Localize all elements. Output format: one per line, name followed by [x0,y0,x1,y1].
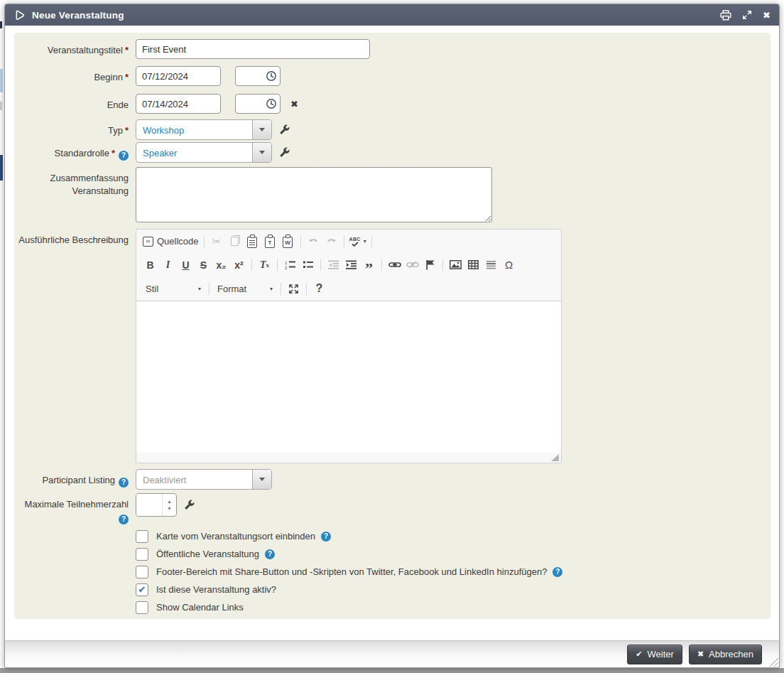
participant-listing-select[interactable]: Deaktiviert [136,469,272,490]
social-footer-checkbox[interactable]: ✔ [136,566,148,578]
select-dropdown-button[interactable] [252,143,271,162]
dialog-titlebar[interactable]: Neue Veranstaltung ✖ [5,4,779,26]
help-icon[interactable]: ? [265,549,275,559]
summary-label: Zusammenfassung Veranstaltung [50,173,129,196]
field-row-summary: Zusammenfassung Veranstaltung [14,167,771,222]
format-combo[interactable]: Format▾ [213,280,277,297]
public-event-checkbox[interactable]: ✔ [136,548,148,561]
required-marker: * [111,148,115,158]
close-icon: ✖ [697,650,704,658]
link-icon[interactable] [386,257,403,274]
editor-content-area[interactable] [136,301,561,453]
check-icon: ✔ [636,650,642,658]
expand-icon[interactable] [742,10,752,20]
event-active-checkbox[interactable]: ✔ [136,583,148,596]
max-participants-spinner[interactable]: ▴▾ [136,493,177,517]
select-dropdown-button[interactable] [252,120,271,139]
print-icon[interactable] [720,10,731,21]
end-label: Ende [107,99,129,110]
cut-icon: ✂ [208,233,226,250]
styles-combo[interactable]: Stil▾ [141,280,205,297]
close-icon[interactable]: ✖ [763,11,771,20]
about-icon[interactable]: ? [310,280,328,297]
rich-text-editor: ‹›Quellcode ✂ T W ABC ▾ [136,229,562,463]
editor-resize-grip[interactable] [551,454,559,461]
dialog-title: Neue Veranstaltung [32,10,124,21]
edit-options-wrench-icon[interactable] [279,124,290,138]
participant-listing-label: Participant Listing [42,475,115,485]
checkbox-row-social-footer: ✔ Footer-Bereich mit Share-Button und -S… [136,566,771,578]
chevron-down-icon [259,151,265,157]
map-checkbox[interactable]: ✔ [136,530,148,543]
chevron-down-icon [259,128,265,134]
blockquote-icon[interactable]: ” [360,260,378,277]
chevron-down-icon [259,478,265,484]
field-row-max-participants: Maximale Teilnehmerzahl? ▴▾ [14,493,771,524]
paste-word-icon[interactable]: W [279,233,297,250]
role-label: Standardrolle [55,148,109,158]
required-marker: * [125,72,129,82]
public-event-checkbox-label: Öffentliche Veranstaltung [156,549,259,559]
superscript-icon[interactable]: x² [230,257,248,274]
edit-options-wrench-icon[interactable] [279,147,290,161]
unlink-icon [403,257,421,274]
event-type-select[interactable]: Workshop [136,119,272,140]
help-icon[interactable]: ? [552,567,562,577]
italic-icon[interactable]: I [159,257,177,274]
editor-toolbar-row-2: B I U S x₂ x² Tx 12 ” [136,253,561,276]
numbered-list-icon[interactable]: 12 [281,257,299,274]
special-char-icon[interactable]: Ω [500,257,518,274]
strikethrough-icon[interactable]: S [195,257,212,274]
maximize-icon[interactable] [285,280,303,297]
source-icon: ‹› [143,237,153,247]
paste-icon[interactable] [244,233,261,250]
table-icon[interactable] [464,257,482,274]
spinner-down-icon[interactable]: ▾ [168,506,170,512]
indent-icon[interactable] [342,257,360,274]
event-title-input[interactable] [136,39,370,59]
edit-options-wrench-icon[interactable] [184,500,195,513]
default-role-select[interactable]: Speaker [136,142,272,163]
description-label: Ausführliche Beschreibung [18,235,129,245]
title-label: Veranstaltungstitel [48,45,123,55]
field-row-title: Veranstaltungstitel* [14,39,771,59]
social-footer-checkbox-label: Footer-Bereich mit Share-Button und -Skr… [156,566,547,577]
anchor-flag-icon[interactable] [421,257,439,274]
type-label: Typ [108,125,123,136]
clear-end-date-icon[interactable]: ✖ [290,99,298,109]
help-icon[interactable]: ? [119,515,129,524]
next-button[interactable]: ✔Weiter [627,645,682,664]
spellcheck-button[interactable]: ABC ▾ [348,233,368,250]
page-fragment [0,21,2,28]
remove-format-icon[interactable]: Tx [256,257,273,274]
checkbox-row-map: ✔ Karte vom Veranstaltungsort einbinden … [136,530,771,543]
field-row-role: Standardrolle*? Speaker [14,142,771,163]
bold-icon[interactable]: B [141,257,159,274]
max-participants-input[interactable] [136,494,162,516]
help-icon[interactable]: ? [119,151,129,161]
spellcheck-icon: ABC [349,237,361,247]
help-icon[interactable]: ? [119,478,129,488]
redo-icon [322,233,340,250]
subscript-icon[interactable]: x₂ [212,257,230,274]
help-icon[interactable]: ? [321,532,331,542]
end-date-input[interactable] [136,94,221,114]
page-bottom-strip [0,668,784,673]
map-checkbox-label: Karte vom Veranstaltungsort einbinden [156,531,315,542]
paste-text-icon[interactable]: T [261,233,279,250]
chevron-down-icon: ▾ [364,238,366,244]
image-icon[interactable] [447,257,464,274]
underline-icon[interactable]: U [177,257,195,274]
begin-date-input[interactable] [136,66,221,86]
summary-textarea[interactable] [136,167,492,222]
calendar-links-checkbox[interactable]: ✔ [136,601,148,614]
field-row-participant-listing: Participant Listing? Deaktiviert [14,469,771,490]
cancel-button[interactable]: ✖Abbrechen [689,645,762,664]
horizontal-rule-icon[interactable] [482,257,500,274]
source-button[interactable]: ‹›Quellcode [141,233,200,250]
select-dropdown-button[interactable] [252,470,271,489]
spinner-up-icon[interactable]: ▴ [168,499,170,505]
dialog-button-bar: ✔Weiter ✖Abbrechen [5,640,779,667]
bulleted-list-icon[interactable] [299,257,317,274]
field-row-end: Ende ✖ [14,94,771,114]
